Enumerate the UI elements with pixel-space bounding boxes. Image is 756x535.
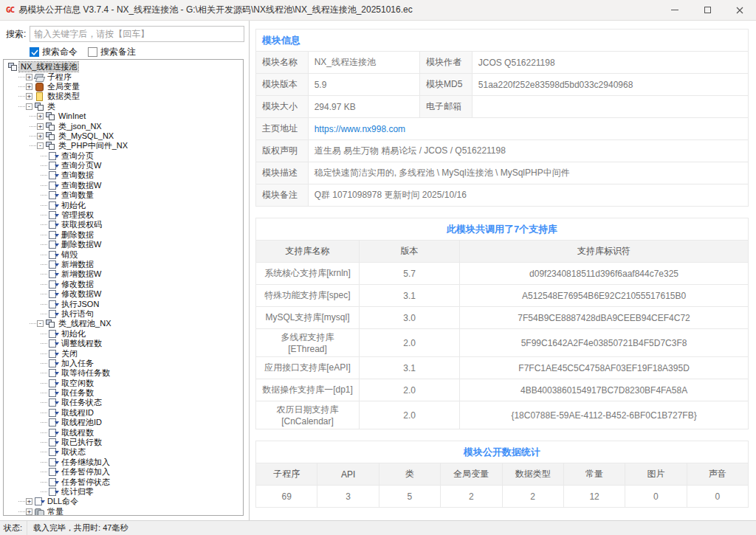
collapse-icon[interactable]: - (37, 142, 44, 149)
tree-item[interactable]: 修改数据 (4, 280, 243, 289)
tree-item[interactable]: 执行语句 (4, 309, 243, 319)
tree-item-label[interactable]: 任务继续加入 (60, 458, 111, 467)
tree-item[interactable]: 查询分页W (4, 161, 243, 170)
tree-item[interactable]: 销毁 (4, 249, 243, 259)
tree-item-label[interactable]: 类_PHP中间件_NX (57, 141, 129, 151)
search-option-1[interactable]: 搜索备注 (88, 46, 136, 58)
tree-item-label[interactable]: 查询数据W (60, 181, 103, 190)
tree-item[interactable]: +数据类型 (4, 92, 243, 101)
tree-item-label[interactable]: 初始化 (60, 201, 87, 210)
tree-item[interactable]: 取任务状态 (4, 398, 243, 407)
tree-item-label[interactable]: 获取授权码 (60, 220, 103, 229)
expand-icon[interactable]: + (26, 508, 32, 515)
tree-item-label[interactable]: 执行语句 (60, 309, 95, 319)
tree-item[interactable]: +子程序 (4, 72, 243, 81)
tree-item-label[interactable]: 取任务数 (60, 388, 95, 398)
tree-item-label[interactable]: 销毁 (60, 250, 79, 260)
tree-item[interactable]: 获取授权码 (4, 220, 243, 229)
tree-item[interactable]: 修改数据W (4, 289, 243, 299)
collapse-icon[interactable]: - (37, 320, 44, 327)
tree-item-label[interactable]: 取线程池ID (60, 418, 103, 427)
tree-item-label[interactable]: 查询数量 (60, 190, 95, 200)
tree-item[interactable]: 管理授权 (4, 210, 243, 220)
tree-item[interactable]: -类_线程池_NX (4, 319, 243, 328)
expand-icon[interactable]: + (37, 133, 44, 139)
tree-item[interactable]: 新增数据 (4, 260, 243, 269)
tree-item-label[interactable]: 删除数据W (60, 240, 103, 249)
tree-item[interactable]: 查询数据 (4, 170, 243, 180)
homepage-link[interactable]: https://www.nx998.com (315, 124, 405, 134)
tree-item[interactable]: 统计归零 (4, 487, 243, 497)
expand-icon[interactable]: + (26, 74, 32, 80)
tree-item-label[interactable]: 管理授权 (60, 210, 95, 220)
tree-item-label[interactable]: 关闭 (60, 349, 79, 359)
tree-item[interactable]: 加入任务 (4, 359, 243, 368)
tree-item[interactable]: -类_PHP中间件_NX (4, 141, 243, 151)
tree-item-label[interactable]: 查询分页W (60, 161, 103, 170)
tree-item[interactable]: +类_json_NX (4, 121, 243, 131)
tree-item[interactable]: 查询数量 (4, 190, 243, 200)
tree-item-label[interactable]: 新增数据W (60, 269, 103, 279)
tree-item-label[interactable]: 类_线程池_NX (57, 319, 113, 328)
tree-item[interactable]: 任务继续加入 (4, 458, 243, 467)
tree-item-label[interactable]: 类 (46, 102, 57, 111)
tree-item-label[interactable]: 查询分页 (60, 151, 95, 161)
tree-item[interactable]: +DLL命令 (4, 497, 243, 506)
tree-item-label[interactable]: 取线程数 (60, 428, 95, 438)
tree-item-label[interactable]: 取状态 (60, 447, 87, 457)
tree-item-label[interactable]: 取已执行数 (60, 438, 103, 447)
expand-icon[interactable]: + (37, 113, 44, 120)
tree-item-label[interactable]: 修改数据W (60, 289, 103, 299)
tree-item-label[interactable]: 取线程ID (60, 408, 95, 418)
expand-icon[interactable]: + (26, 93, 32, 100)
tree-item[interactable]: 删除数据 (4, 230, 243, 240)
minimize-button[interactable] (659, 0, 691, 20)
tree-item-label[interactable]: 任务暂停状态 (60, 477, 111, 487)
tree-item-label[interactable]: DLL命令 (46, 497, 80, 506)
tree-item-label[interactable]: 新增数据 (60, 260, 95, 269)
tree-item-label[interactable]: 执行JSON (60, 300, 100, 309)
tree-item-label[interactable]: 初始化 (60, 329, 87, 339)
maximize-button[interactable] (691, 0, 724, 20)
tree-item[interactable]: 任务暂停状态 (4, 477, 243, 486)
search-option-0[interactable]: 搜索命令 (30, 46, 78, 58)
expand-icon[interactable]: + (37, 123, 44, 130)
checkbox-checked-icon[interactable] (30, 47, 39, 57)
tree-item-label[interactable]: 统计归零 (60, 487, 95, 497)
tree-item[interactable]: 查询分页 (4, 151, 243, 161)
tree-item-label[interactable]: 取等待任务数 (60, 368, 111, 378)
tree-item-label[interactable]: NX_线程连接池 (19, 62, 78, 72)
tree-item-label[interactable]: 删除数据 (60, 230, 95, 240)
tree-item[interactable]: 初始化 (4, 200, 243, 210)
tree-item[interactable]: 关闭 (4, 348, 243, 358)
tree-item-label[interactable]: 全局变量 (46, 82, 81, 92)
tree-item-label[interactable]: 取空闲数 (60, 379, 95, 388)
expand-icon[interactable]: + (26, 83, 32, 90)
tree-item[interactable]: 取线程数 (4, 427, 243, 437)
tree-item-label[interactable]: 查询数据 (60, 170, 95, 180)
expand-icon[interactable]: + (26, 498, 32, 505)
tree-item-label[interactable]: 取任务状态 (60, 398, 103, 407)
checkbox-unchecked-icon[interactable] (88, 47, 97, 57)
tree-item[interactable]: 新增数据W (4, 269, 243, 279)
tree-item-label[interactable]: WinInet (57, 111, 87, 121)
tree-item[interactable]: 取状态 (4, 447, 243, 457)
tree-item-label[interactable]: 类_MySQL_NX (57, 131, 115, 141)
tree-item[interactable]: 任务暂停加入 (4, 467, 243, 477)
tree-item-label[interactable]: 数据类型 (46, 92, 81, 101)
tree-item[interactable]: 执行JSON (4, 299, 243, 308)
tree-item[interactable]: 调整线程数 (4, 339, 243, 348)
tree-item[interactable]: +WinInet (4, 111, 243, 121)
search-input[interactable] (30, 26, 244, 42)
tree-item-label[interactable]: 调整线程数 (60, 339, 103, 348)
tree-item[interactable]: 删除数据W (4, 240, 243, 249)
tree-item[interactable]: 取空闲数 (4, 379, 243, 388)
tree-item[interactable]: +常量 (4, 507, 243, 516)
tree-item[interactable]: 初始化 (4, 329, 243, 339)
tree-item[interactable]: -类 (4, 102, 243, 111)
tree-item[interactable]: 取线程池ID (4, 418, 243, 427)
collapse-icon[interactable]: - (26, 103, 32, 110)
tree-item-label[interactable]: 类_json_NX (57, 122, 103, 131)
tree-item[interactable]: +全局变量 (4, 82, 243, 92)
tree-item[interactable]: 查询数据W (4, 181, 243, 190)
